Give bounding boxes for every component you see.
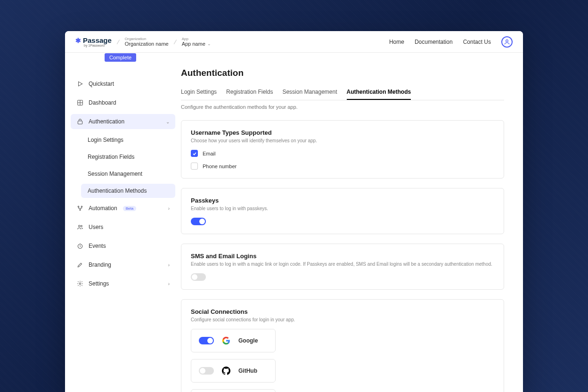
events-icon [76, 242, 84, 250]
breadcrumb-app[interactable]: App App name ⌄ [182, 37, 211, 47]
checkbox-email[interactable] [191, 150, 198, 157]
chevron-down-icon: ⌄ [166, 119, 170, 124]
social-provider-name: GitHub [238, 368, 257, 374]
tab-registration-fields[interactable]: Registration Fields [226, 89, 273, 100]
card-username-types: Username Types Supported Choose how your… [181, 120, 504, 179]
social-provider-apple[interactable]: Apple [191, 389, 276, 392]
svg-point-0 [506, 40, 508, 42]
toggle-passkeys[interactable] [191, 218, 206, 225]
svg-point-7 [81, 206, 82, 207]
sidebar-item-quickstart[interactable]: Quickstart [71, 76, 175, 91]
checkbox-label: Phone number [203, 163, 237, 169]
sidebar-item-branding[interactable]: Branding › [71, 257, 175, 272]
passage-logo-icon: ✱ [75, 37, 81, 44]
svg-point-8 [80, 209, 81, 210]
dashboard-icon [76, 99, 84, 106]
sidebar-subitem-session-management[interactable]: Session Management [81, 167, 175, 181]
sidebar-item-label: Quickstart [89, 81, 114, 87]
chevron-right-icon: › [168, 281, 170, 286]
card-title: Social Connections [191, 308, 494, 315]
sidebar-item-label: Authentication [89, 118, 124, 125]
sidebar-item-label: Events [89, 243, 106, 249]
sidebar-item-dashboard[interactable]: Dashboard [71, 95, 175, 110]
sidebar-subitem-registration-fields[interactable]: Registration Fields [81, 150, 175, 164]
card-passkeys: Passkeys Enable users to log in with pas… [181, 188, 504, 234]
card-description: Enable users to log in with passkeys. [191, 206, 494, 211]
svg-point-12 [79, 283, 81, 285]
sidebar-item-label: Dashboard [89, 99, 116, 106]
chevron-down-icon: ⌄ [207, 41, 211, 46]
sidebar-item-users[interactable]: Users [71, 220, 175, 235]
toggle-google[interactable] [199, 337, 214, 344]
breadcrumb-separator: / [173, 38, 177, 45]
breadcrumb-separator: / [116, 38, 120, 45]
card-description: Enable users to log in with a magic link… [191, 261, 494, 267]
tab-login-settings[interactable]: Login Settings [181, 89, 217, 100]
chevron-right-icon: › [168, 262, 170, 268]
svg-point-9 [79, 225, 81, 227]
github-icon [221, 366, 231, 376]
lock-icon [76, 118, 84, 125]
app-window: ✱ Passage by 1Password / Organization Or… [65, 31, 523, 392]
nav-contact[interactable]: Contact Us [463, 39, 491, 45]
svg-point-6 [78, 206, 79, 207]
header: ✱ Passage by 1Password / Organization Or… [65, 31, 523, 53]
user-avatar-icon[interactable] [501, 36, 513, 48]
toggle-github[interactable] [199, 367, 214, 375]
automation-icon [76, 204, 84, 212]
sidebar-item-label: Users [89, 224, 103, 230]
sidebar-item-events[interactable]: Events [71, 238, 175, 253]
sidebar-item-label: Branding [89, 261, 111, 268]
nav-home[interactable]: Home [389, 39, 404, 45]
main-content: Authentication Login Settings Registrati… [181, 53, 523, 392]
social-provider-google[interactable]: Google [191, 329, 276, 352]
checkbox-row-phone[interactable]: Phone number [191, 163, 494, 170]
complete-badge: Complete [105, 53, 136, 62]
chevron-right-icon: › [168, 206, 170, 211]
logo[interactable]: ✱ Passage by 1Password [75, 36, 112, 47]
logo-subtext: by 1Password [84, 44, 105, 47]
sidebar-item-authentication[interactable]: Authentication ⌄ [71, 114, 175, 129]
svg-marker-1 [79, 82, 82, 86]
tab-authentication-methods[interactable]: Authentication Methods [347, 89, 411, 100]
sidebar-item-label: Settings [89, 280, 109, 287]
tabs: Login Settings Registration Fields Sessi… [181, 89, 504, 100]
breadcrumb-organization[interactable]: Organization Organization name [125, 37, 169, 47]
card-social-connections: Social Connections Configure social conn… [181, 299, 504, 392]
social-provider-name: Google [238, 337, 258, 344]
sidebar: Quickstart Dashboard Authentication ⌄ Lo… [65, 53, 181, 392]
gear-icon [76, 280, 84, 287]
nav-documentation[interactable]: Documentation [415, 39, 453, 45]
card-description: Choose how your users will identify them… [191, 138, 494, 143]
sidebar-item-label: Automation [89, 205, 117, 212]
brush-icon [76, 261, 84, 269]
logo-text: Passage [83, 36, 112, 44]
google-icon [221, 336, 231, 345]
sidebar-item-settings[interactable]: Settings › [71, 276, 175, 291]
checkbox-phone[interactable] [191, 163, 198, 170]
page-subtitle: Configure the authentication methods for… [181, 104, 504, 110]
card-title: Username Types Supported [191, 129, 494, 136]
tab-session-management[interactable]: Session Management [282, 89, 337, 100]
card-title: Passkeys [191, 197, 494, 204]
toggle-sms-email[interactable] [191, 273, 206, 281]
beta-badge: Beta [123, 206, 136, 211]
social-provider-github[interactable]: GitHub [191, 359, 276, 383]
card-sms-email: SMS and Email Logins Enable users to log… [181, 244, 504, 290]
card-description: Configure social connections for login i… [191, 317, 494, 322]
svg-point-10 [81, 225, 82, 227]
sidebar-subitem-authentication-methods[interactable]: Authentication Methods [81, 184, 175, 198]
users-icon [76, 223, 84, 231]
checkbox-label: Email [203, 151, 216, 156]
sidebar-item-automation[interactable]: Automation Beta › [71, 201, 175, 216]
play-icon [76, 80, 84, 88]
sidebar-subitem-login-settings[interactable]: Login Settings [81, 133, 175, 147]
card-title: SMS and Email Logins [191, 253, 494, 260]
page-title: Authentication [181, 68, 504, 78]
svg-rect-5 [78, 121, 82, 124]
checkbox-row-email[interactable]: Email [191, 150, 494, 157]
